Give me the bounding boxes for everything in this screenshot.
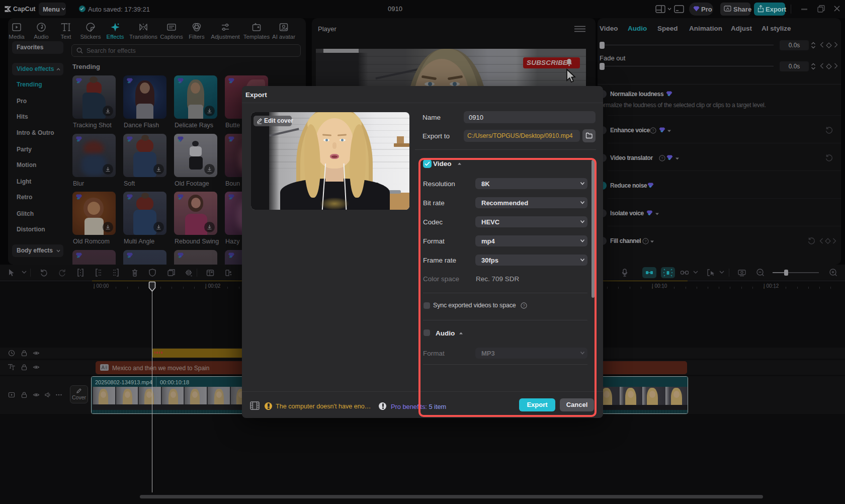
svg-text:?: ? [644,239,647,243]
svg-text:?: ? [661,156,663,160]
svg-text:?: ? [652,128,654,133]
